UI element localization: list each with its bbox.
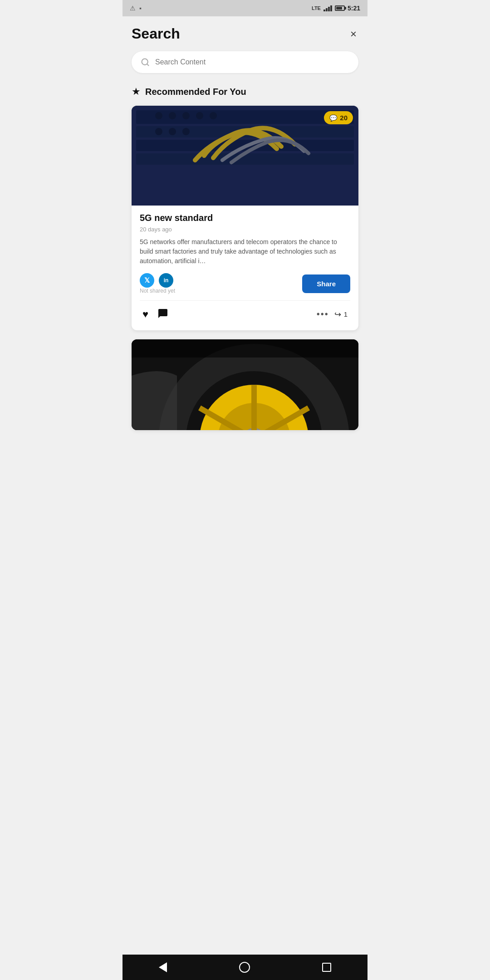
share-row-1: 𝕏 in Not shared yet Share <box>140 273 350 294</box>
status-bar: LTE 5:21 <box>122 0 368 16</box>
main-content: Search × ★ Recommended For You <box>122 16 368 430</box>
star-icon: ★ <box>132 86 141 98</box>
warning-icon <box>130 4 136 12</box>
recommended-label: Recommended For You <box>145 87 246 97</box>
comment-badge-icon: 💬 <box>329 114 337 122</box>
card-body-1: 5G new standard 20 days ago 5G networks … <box>132 206 358 330</box>
search-input[interactable] <box>155 58 349 66</box>
share-arrow-icon: ↪ <box>334 309 341 319</box>
social-icons: 𝕏 in <box>140 273 175 288</box>
comment-badge-1: 💬 20 <box>324 111 353 124</box>
social-share-section: 𝕏 in Not shared yet <box>140 273 175 294</box>
status-bar-left <box>130 4 142 12</box>
battery-icon <box>335 5 345 11</box>
share-button-1[interactable]: Share <box>302 274 350 293</box>
search-icon <box>141 58 150 67</box>
comment-badge-count: 20 <box>340 114 348 122</box>
sim-icon <box>139 4 142 12</box>
comment-icon <box>157 308 168 319</box>
card-image-container-1: 💬 20 <box>132 106 358 206</box>
more-options-button-1[interactable]: ••• <box>314 306 332 322</box>
card-actions-1: ♥ ••• ↪ 1 <box>140 300 350 323</box>
comment-button-1[interactable] <box>155 305 171 323</box>
like-button-1[interactable]: ♥ <box>140 306 151 323</box>
lte-indicator: LTE <box>312 5 321 11</box>
search-container[interactable] <box>132 51 358 73</box>
twitter-icon[interactable]: 𝕏 <box>140 273 154 288</box>
recommended-section-heading: ★ Recommended For You <box>132 86 358 98</box>
heart-icon: ♥ <box>142 309 148 320</box>
not-shared-text: Not shared yet <box>140 288 175 294</box>
article-card-2 <box>132 339 358 430</box>
card-excerpt-1: 5G networks offer manufacturers and tele… <box>140 237 350 266</box>
share-count: 1 <box>344 310 348 318</box>
card-image-wheel <box>132 339 358 430</box>
share-count-button-1[interactable]: ↪ 1 <box>332 307 350 322</box>
card-title-1: 5G new standard <box>140 213 350 223</box>
signal-bars <box>323 5 332 11</box>
status-time: 5:21 <box>348 5 360 12</box>
linkedin-icon[interactable]: in <box>159 273 173 288</box>
article-card-1: 💬 20 5G new standard 20 days ago 5G netw… <box>132 106 358 330</box>
close-button[interactable]: × <box>348 26 358 42</box>
page-header: Search × <box>132 25 358 42</box>
svg-line-1 <box>147 64 149 66</box>
card-date-1: 20 days ago <box>140 226 350 233</box>
page-title: Search <box>132 25 180 42</box>
svg-rect-25 <box>132 339 358 358</box>
status-bar-right: LTE 5:21 <box>312 5 360 12</box>
